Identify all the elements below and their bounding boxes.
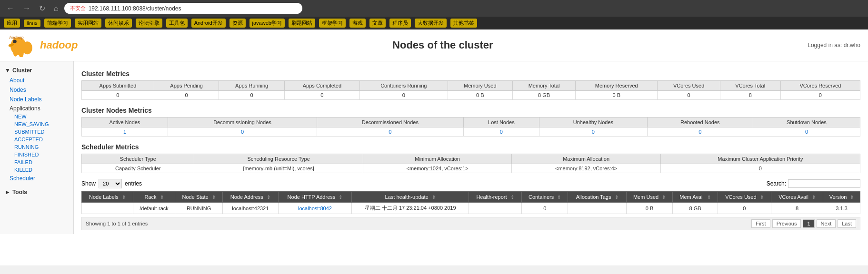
sidebar-submitted-link[interactable]: SUBMITTED — [0, 128, 73, 136]
bookmark-other[interactable]: 其他书签 — [450, 19, 477, 28]
col-vcores-reserved: VCores Reserved — [780, 81, 860, 91]
show-label: Show — [81, 180, 96, 187]
th-containers[interactable]: Containers ⇕ — [521, 192, 568, 203]
bookmark-apps[interactable]: 应用 — [4, 19, 20, 28]
td-node-state: RUNNING — [175, 203, 223, 214]
th-allocation-tags[interactable]: Allocation Tags ⇕ — [568, 192, 626, 203]
sidebar-tools-header[interactable]: ► Tools — [0, 187, 73, 197]
col-apps-submitted: Apps Submitted — [82, 81, 154, 91]
bookmark-practical[interactable]: 实用网站 — [75, 19, 101, 28]
th-node-state[interactable]: Node State ⇕ — [175, 192, 223, 203]
val-shutdown-nodes[interactable]: 0 — [753, 127, 860, 137]
sidebar-killed-link[interactable]: KILLED — [0, 166, 73, 174]
sidebar-applications-label: Applications — [0, 104, 73, 113]
col-vcores-used: VCores Used — [658, 81, 720, 91]
val-vcores-total: 8 — [720, 91, 780, 100]
search-input[interactable] — [788, 179, 860, 188]
entries-select[interactable]: 20 50 100 — [99, 179, 122, 188]
last-page-button[interactable]: Last — [838, 219, 856, 228]
sidebar-about-link[interactable]: About — [0, 76, 73, 85]
bookmark-tools[interactable]: 工具包 — [166, 19, 188, 28]
td-mem-avail: 8 GB — [673, 203, 718, 214]
page-wrapper: hadoop hadoop Nodes of the cluster Logge… — [0, 29, 868, 265]
td-vcores-used: 0 — [718, 203, 771, 214]
val-decommissioned-nodes[interactable]: 0 — [317, 127, 463, 137]
bookmark-bigdata[interactable]: 大数据开发 — [415, 19, 447, 28]
bookmark-programmer[interactable]: 程序员 — [389, 19, 411, 28]
col-decommissioned-nodes: Decommissioned Nodes — [317, 117, 463, 127]
bookmark-entertainment[interactable]: 休闲娱乐 — [105, 19, 132, 28]
svg-point-1 — [22, 41, 32, 54]
th-node-address[interactable]: Node Address ⇕ — [222, 192, 278, 203]
th-vcores-used[interactable]: VCores Used ⇕ — [718, 192, 771, 203]
val-memory-reserved: 0 B — [576, 91, 658, 100]
sidebar-failed-link[interactable]: FAILED — [0, 158, 73, 166]
val-scheduling-resource-type: [memory-mb (unit=Mi), vcores] — [194, 164, 363, 173]
svg-point-2 — [13, 47, 18, 57]
val-active-nodes[interactable]: 1 — [82, 127, 168, 137]
showing-entries-text: Showing 1 to 1 of 1 entries — [86, 221, 148, 226]
sidebar-new-link[interactable]: NEW — [0, 113, 73, 120]
pagination: First Previous 1 Next Last — [751, 219, 856, 228]
nodes-section: Show 20 50 100 entries Search: — [81, 179, 860, 230]
col-apps-running: Apps Running — [219, 81, 285, 91]
bookmark-forum[interactable]: 论坛引擎 — [136, 19, 162, 28]
address-bar[interactable]: 不安全 192.168.111.100:8088/cluster/nodes — [64, 3, 302, 14]
sidebar: ▼ Cluster About Nodes Node Labels Applic… — [0, 61, 74, 234]
back-button[interactable]: ← — [4, 3, 17, 14]
bookmark-leetcode[interactable]: 刷题网站 — [289, 19, 315, 28]
th-version[interactable]: Version ⇕ — [823, 192, 860, 203]
val-decommissioning-nodes[interactable]: 0 — [168, 127, 317, 137]
th-last-health-update[interactable]: Last health-update ⇕ — [352, 192, 469, 203]
val-lost-nodes[interactable]: 0 — [463, 127, 539, 137]
val-vcores-reserved: 0 — [780, 91, 860, 100]
bookmark-articles[interactable]: 文章 — [369, 19, 386, 28]
main-content: ▼ Cluster About Nodes Node Labels Applic… — [0, 61, 868, 234]
val-apps-completed: 0 — [284, 91, 359, 100]
td-mem-used: 0 B — [626, 203, 673, 214]
bookmark-linux[interactable]: linux — [24, 20, 40, 27]
hadoop-logo-icon: hadoop — [8, 33, 36, 57]
col-scheduling-resource-type: Scheduling Resource Type — [194, 154, 363, 164]
bookmark-android[interactable]: Android开发 — [191, 19, 226, 28]
th-rack[interactable]: Rack ⇕ — [133, 192, 175, 203]
sidebar-cluster-header[interactable]: ▼ Cluster — [0, 65, 73, 76]
search-box: Search: — [767, 179, 860, 188]
cluster-nodes-table: Active Nodes Decommissioning Nodes Decom… — [81, 117, 860, 137]
page-1-button[interactable]: 1 — [803, 219, 814, 228]
sidebar-finished-link[interactable]: FINISHED — [0, 151, 73, 158]
col-max-allocation: Maximum Allocation — [512, 154, 660, 164]
td-allocation-tags — [568, 203, 626, 214]
triangle-right-icon: ► — [5, 189, 10, 196]
sidebar-new-saving-link[interactable]: NEW_SAVING — [0, 120, 73, 128]
th-mem-used[interactable]: Mem Used ⇕ — [626, 192, 673, 203]
sort-vcores-avail-icon: ⇕ — [812, 195, 816, 200]
scheduler-metrics-table: Scheduler Type Scheduling Resource Type … — [81, 154, 860, 173]
first-page-button[interactable]: First — [751, 219, 770, 228]
scheduler-metrics-header: Scheduler Metrics — [81, 142, 860, 152]
bookmark-frontend[interactable]: 前端学习 — [44, 19, 71, 28]
val-rebooted-nodes[interactable]: 0 — [647, 127, 753, 137]
sidebar-running-link[interactable]: RUNNING — [0, 143, 73, 151]
bookmark-javaweb[interactable]: javaweb学习 — [249, 19, 285, 28]
bookmark-games[interactable]: 游戏 — [349, 19, 366, 28]
bookmark-framework[interactable]: 框架学习 — [319, 19, 346, 28]
sidebar-accepted-link[interactable]: ACCEPTED — [0, 136, 73, 143]
th-node-http-address[interactable]: Node HTTP Address ⇕ — [278, 192, 352, 203]
sidebar-scheduler-link[interactable]: Scheduler — [0, 174, 73, 183]
bookmark-resources[interactable]: 资源 — [229, 19, 246, 28]
td-node-http-address[interactable]: localhost:8042 — [278, 203, 352, 214]
reload-button[interactable]: ↻ — [36, 3, 48, 14]
forward-button[interactable]: → — [20, 3, 33, 14]
th-node-labels[interactable]: Node Labels ⇕ — [82, 192, 133, 203]
col-apps-pending: Apps Pending — [154, 81, 219, 91]
previous-page-button[interactable]: Previous — [772, 219, 801, 228]
th-mem-avail[interactable]: Mem Avail ⇕ — [673, 192, 718, 203]
next-page-button[interactable]: Next — [817, 219, 836, 228]
sidebar-nodes-link[interactable]: Nodes — [0, 85, 73, 95]
th-vcores-avail[interactable]: VCores Avail ⇕ — [771, 192, 823, 203]
val-unhealthy-nodes[interactable]: 0 — [539, 127, 647, 137]
home-button[interactable]: ⌂ — [51, 3, 61, 14]
sidebar-node-labels-link[interactable]: Node Labels — [0, 95, 73, 104]
th-health-report[interactable]: Health-report ⇕ — [469, 192, 522, 203]
